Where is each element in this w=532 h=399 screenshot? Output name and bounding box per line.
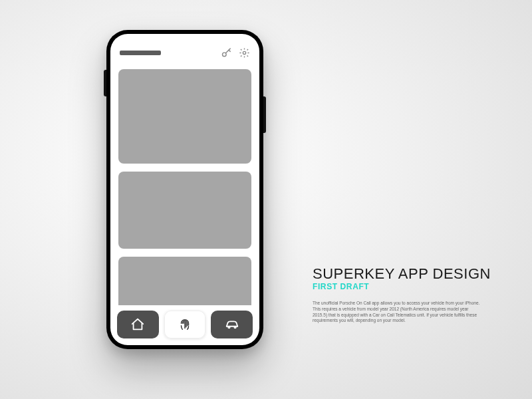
nav-home-button[interactable] [117,311,159,338]
phone-screen [110,34,259,345]
svg-point-2 [228,327,229,328]
home-icon [130,317,145,332]
content-card[interactable] [118,257,251,305]
content-card[interactable] [118,172,251,249]
app-header [110,34,259,65]
bottom-nav [110,305,259,345]
car-icon [225,317,239,332]
app-title-placeholder [120,51,161,55]
svg-point-3 [234,327,235,328]
svg-point-1 [243,51,245,54]
phone-mockup [106,30,263,349]
title-block: SUPERKEY APP DESIGN FIRST DRAFT The unof… [313,266,512,324]
body-copy: The unofficial Porsche On Call app allow… [313,301,482,324]
nav-fingerprint-button[interactable] [164,311,206,338]
fingerprint-icon [178,317,192,332]
page-title: SUPERKEY APP DESIGN [313,266,512,281]
nav-car-button[interactable] [211,311,253,338]
content-card[interactable] [118,69,251,164]
gear-icon[interactable] [239,47,250,59]
page-subtitle: FIRST DRAFT [313,282,512,291]
content-area [110,65,259,305]
key-icon[interactable] [221,47,232,59]
